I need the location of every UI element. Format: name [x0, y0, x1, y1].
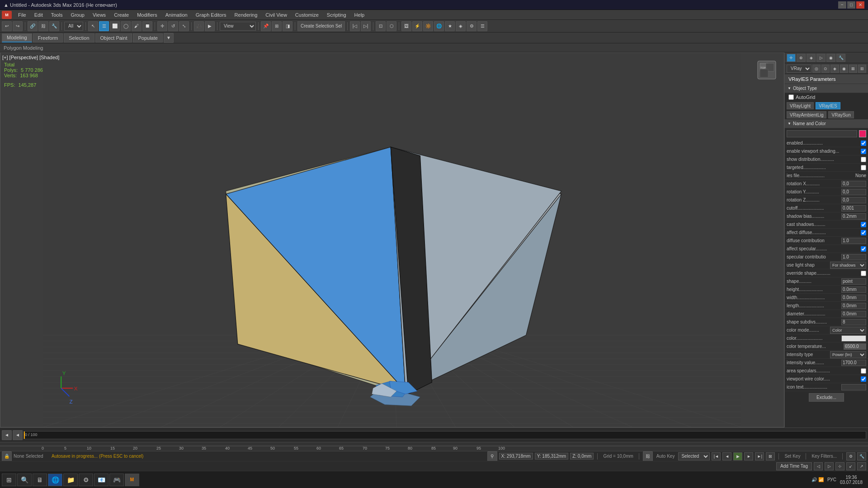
intensity-value-input[interactable]	[841, 360, 866, 366]
menu-scripting[interactable]: Scripting	[323, 11, 350, 19]
anim-config-btn[interactable]: 🔧	[857, 452, 866, 460]
tab-more[interactable]: ▼	[164, 33, 174, 43]
maximize-button[interactable]: □	[847, 1, 855, 9]
hierarchy-icon[interactable]: ◈	[807, 54, 816, 62]
browser-icon[interactable]: 🌐	[48, 474, 62, 486]
go-to-start[interactable]: |◄	[712, 452, 721, 460]
rotation-z-input[interactable]	[841, 197, 866, 203]
render-effects-button[interactable]: ★	[445, 21, 455, 31]
sub-icon4[interactable]: ◉	[840, 65, 848, 73]
close-button[interactable]: ✕	[856, 1, 864, 9]
scene-viewport[interactable]: X Y Z	[0, 53, 784, 427]
menu-group[interactable]: Group	[67, 11, 88, 19]
menu-modifiers[interactable]: Modifiers	[133, 11, 161, 19]
keyframe-btn2[interactable]: ◄	[13, 430, 23, 440]
specular-contribution-input[interactable]	[841, 254, 866, 260]
shadow-bias-input[interactable]	[841, 213, 866, 220]
distribution-checkbox[interactable]	[861, 157, 866, 162]
snap-btn[interactable]: ⚲	[487, 451, 497, 461]
motion-icon[interactable]: ▷	[816, 54, 826, 62]
undo-button[interactable]: ↩	[2, 21, 12, 31]
move-button[interactable]: ✛	[157, 21, 167, 31]
selection-filter-dropdown[interactable]: All	[64, 22, 83, 31]
rotate-button[interactable]: ↺	[168, 21, 178, 31]
tab-freeform[interactable]: Freeform	[33, 33, 63, 42]
rect-select-button[interactable]: ⬜	[110, 21, 120, 31]
color-mode-select[interactable]: Color Temperature	[830, 327, 866, 334]
light-shape-select[interactable]: For shadows Always Never	[830, 262, 866, 269]
length-input[interactable]	[841, 303, 866, 309]
extra-btn1[interactable]: ◈	[456, 21, 466, 31]
sub-icon6[interactable]: ⊞	[858, 65, 866, 73]
extra-ctrl3[interactable]: ⊹	[835, 462, 844, 470]
scale-button[interactable]: ⤡	[179, 21, 189, 31]
viewcube[interactable]: TOP	[753, 56, 780, 84]
quick-render-button[interactable]: ⚡	[412, 21, 422, 31]
mirror-button[interactable]: ◨	[283, 21, 292, 31]
align-button[interactable]: ⊞	[272, 21, 282, 31]
menu-file[interactable]: File	[14, 11, 30, 19]
viewport-wire-checkbox[interactable]	[861, 376, 866, 382]
select-button[interactable]: ↖	[88, 21, 98, 31]
explorer-icon[interactable]: 📁	[63, 474, 78, 486]
extra-ctrl4[interactable]: ↙	[846, 462, 855, 470]
unlink-button[interactable]: ⛓	[38, 21, 48, 31]
menu-animation[interactable]: Animation	[162, 11, 191, 19]
utilities-icon[interactable]: 🔧	[836, 54, 845, 62]
diameter-input[interactable]	[841, 311, 866, 317]
pin-button[interactable]: 📌	[261, 21, 271, 31]
frame-ruler[interactable]: 0 5 10 15 20 25 30 35 40 45 50 55 60 65 …	[0, 442, 868, 451]
settings-icon[interactable]: ⚙	[79, 474, 93, 486]
vraylight-button[interactable]: VRayLight	[787, 102, 814, 109]
main-viewport[interactable]: [+] [Perspective] [Shaded] Total Polys: …	[0, 52, 784, 427]
vraysun-button[interactable]: VRaySun	[828, 111, 854, 118]
go-to-end[interactable]: ►|	[755, 452, 764, 460]
play-btn[interactable]: ▶	[733, 452, 742, 460]
game-icon[interactable]: 🎮	[109, 474, 124, 486]
sub-icon5[interactable]: ⊠	[849, 65, 857, 73]
link-button[interactable]: 🔗	[28, 21, 38, 31]
cast-shadows-checkbox[interactable]	[861, 222, 866, 227]
render-env-button[interactable]: 🌐	[434, 21, 444, 31]
object-name-input[interactable]	[787, 130, 857, 137]
paint-select-button[interactable]: 🖌	[132, 21, 142, 31]
override-shape-checkbox[interactable]	[861, 271, 866, 276]
vrayambientlig-button[interactable]: VRayAmbientLig	[787, 111, 826, 118]
menu-views[interactable]: Views	[89, 11, 109, 19]
prev-frame[interactable]: ◄	[722, 452, 731, 460]
schematic-view-button[interactable]: ⊡	[376, 21, 386, 31]
color-temperature-input[interactable]	[844, 343, 866, 350]
object-color-swatch[interactable]	[859, 130, 866, 137]
material-editor-button[interactable]: ⬡	[387, 21, 396, 31]
lock-button[interactable]: 🔒	[2, 451, 12, 461]
extra-btn2[interactable]: ⚙	[467, 21, 476, 31]
affect-diffuse-checkbox[interactable]	[861, 230, 866, 235]
area-speculars-checkbox[interactable]	[861, 368, 866, 374]
display-icon[interactable]: ◉	[826, 54, 835, 62]
render-tools-button[interactable]: 🔆	[423, 21, 433, 31]
name-color-header[interactable]: ▼ Name and Color	[785, 119, 868, 128]
menu-civil-view[interactable]: Civil View	[262, 11, 290, 19]
menu-rendering[interactable]: Rendering	[231, 11, 261, 19]
object-type-header[interactable]: ▼ Object Type	[785, 84, 868, 93]
renderer-dropdown[interactable]: VRay	[787, 65, 811, 73]
menu-create[interactable]: Create	[110, 11, 132, 19]
snap-toggle[interactable]: 🔲	[142, 21, 152, 31]
shape-input[interactable]	[841, 278, 866, 285]
create-icon[interactable]: ✛	[787, 54, 796, 62]
time-config-btn[interactable]: ⚙	[846, 452, 855, 460]
cutoff-input[interactable]	[841, 205, 866, 211]
keyframe-btn1[interactable]: ◄	[2, 430, 12, 440]
start-button[interactable]: ⊞	[2, 474, 16, 486]
bind-button[interactable]: 🔧	[49, 21, 59, 31]
dope-sheet-button[interactable]: ▷|	[361, 21, 371, 31]
menu-edit[interactable]: Edit	[31, 11, 47, 19]
viewport-shading-checkbox[interactable]	[861, 149, 866, 154]
vrayies-button[interactable]: VRayIES	[816, 102, 840, 109]
add-time-tag-button[interactable]: Add Time Tag	[776, 462, 812, 470]
menu-graph-editors[interactable]: Graph Editors	[192, 11, 230, 19]
next-frame[interactable]: ►	[744, 452, 753, 460]
menu-tools[interactable]: Tools	[47, 11, 66, 19]
key-mode[interactable]: ⊠	[766, 452, 775, 460]
task-view-button[interactable]: 🖥	[33, 474, 47, 486]
